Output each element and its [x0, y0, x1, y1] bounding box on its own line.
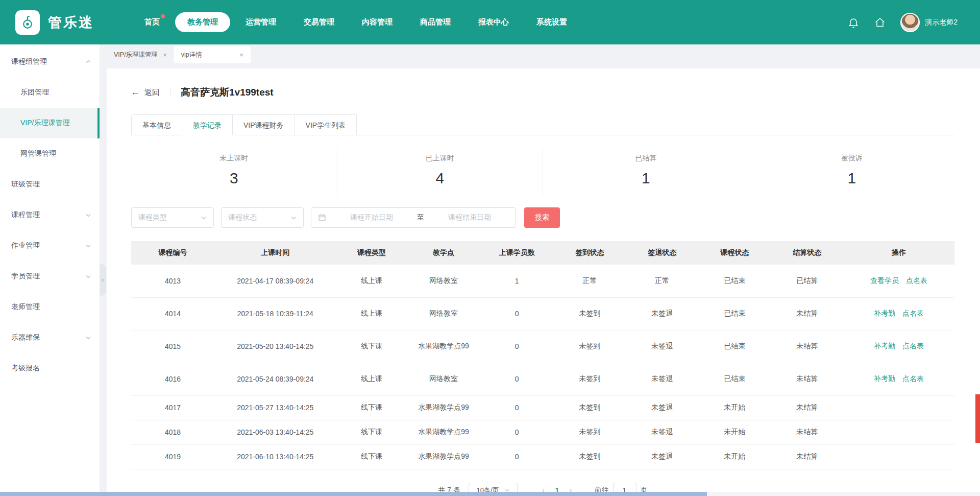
nav-item-7[interactable]: 报表中心 [466, 12, 521, 32]
sidebar-item-label: 网管课管理 [20, 149, 56, 158]
table-cell: 线上课 [336, 363, 407, 395]
nav-item-6[interactable]: 商品管理 [408, 12, 463, 32]
action-link-点名表[interactable]: 点名表 [902, 374, 924, 383]
open-tab[interactable]: vip详情× [174, 46, 251, 63]
table-cell: 已结束 [698, 363, 771, 395]
horizontal-scrollbar-track[interactable] [0, 492, 980, 496]
action-link-查看学员[interactable]: 查看学员 [870, 276, 899, 285]
calendar-icon [318, 214, 326, 222]
table-cell: 4015 [131, 330, 214, 363]
date-end-input[interactable]: 课程结束日期 [430, 213, 509, 222]
table-cell: 2021-05-20 13:40-14:25 [214, 330, 336, 363]
tab-VIP学生列表[interactable]: VIP学生列表 [295, 114, 357, 135]
back-arrow-icon: ← [131, 87, 140, 98]
sidebar-item[interactable]: 班级管理 [0, 169, 100, 200]
table-cell: 线下课 [336, 444, 407, 469]
sidebar-item[interactable]: 课程组管理 [0, 46, 100, 77]
user-menu[interactable]: 演示老师2 [900, 13, 958, 32]
close-icon[interactable]: × [239, 51, 243, 59]
sidebar-item-label: VIP/乐理课管理 [20, 119, 69, 128]
sidebar-item[interactable]: 老师管理 [0, 292, 100, 322]
column-header: 教学点 [407, 241, 480, 265]
avatar [900, 13, 920, 32]
nav-item-1[interactable]: 首页 [132, 12, 172, 32]
sidebar-item[interactable]: 乐团管理 [0, 77, 100, 108]
nav-item-8[interactable]: 系统设置 [524, 12, 579, 32]
table-cell: 2021-04-17 08:39-09:24 [214, 265, 336, 297]
table-cell: 线下课 [336, 330, 407, 363]
table-cell: 未开始 [698, 420, 771, 444]
table-cell: 2021-06-03 13:40-14:25 [214, 420, 336, 444]
table-cell: 4018 [131, 420, 214, 444]
table-cell: 0 [480, 297, 554, 330]
nav-item-2[interactable]: 教务管理 [175, 12, 230, 32]
sidebar-item[interactable]: 乐器维保 [0, 322, 100, 353]
column-header: 签到状态 [553, 241, 626, 265]
table-cell: 2021-05-24 08:39-09:24 [214, 363, 336, 395]
sidebar-item[interactable]: 课程管理 [0, 200, 100, 230]
action-link-点名表[interactable]: 点名表 [906, 276, 927, 285]
action-link-补考勤[interactable]: 补考勤 [874, 309, 895, 317]
sidebar-item[interactable]: VIP/乐理课管理 [0, 108, 100, 138]
action-link-点名表[interactable]: 点名表 [902, 342, 924, 350]
action-link-点名表[interactable]: 点名表 [902, 309, 924, 317]
table-cell: 线下课 [336, 420, 407, 444]
stats-row: 未上课时3已上课时4已结算1被投诉1 [131, 148, 954, 196]
page-title: 高音萨克斯1v199test [181, 86, 274, 99]
close-icon[interactable]: × [163, 51, 167, 59]
sidebar-menu: 课程组管理乐团管理VIP/乐理课管理网管课管理班级管理课程管理作业管理学员管理老… [0, 46, 100, 384]
app-logo[interactable]: 管乐迷 [15, 10, 125, 35]
stat-block: 未上课时3 [131, 148, 337, 196]
sidebar-item-label: 老师管理 [11, 302, 40, 312]
bell-icon[interactable] [847, 16, 860, 29]
stat-label: 已结算 [543, 154, 749, 163]
search-button[interactable]: 搜索 [524, 207, 560, 228]
stat-label: 被投诉 [749, 154, 955, 163]
sidebar-collapse-handle[interactable]: ‹ [100, 264, 106, 296]
nav-item-3[interactable]: 运营管理 [233, 12, 288, 32]
table-cell: 0 [480, 395, 554, 420]
nav-item-label: 系统设置 [536, 17, 567, 26]
action-link-补考勤[interactable]: 补考勤 [874, 342, 895, 350]
action-link-补考勤[interactable]: 补考勤 [874, 374, 895, 383]
open-tab[interactable]: VIP/乐理课管理× [107, 46, 174, 63]
date-start-input[interactable]: 课程开始日期 [332, 213, 411, 222]
tab-教学记录[interactable]: 教学记录 [182, 114, 233, 135]
nav-item-5[interactable]: 内容管理 [350, 12, 405, 32]
chevron-down-icon [85, 212, 91, 218]
main-area: 课程组管理乐团管理VIP/乐理课管理网管课管理班级管理课程管理作业管理学员管理老… [0, 44, 980, 496]
table-cell: 线下课 [336, 395, 407, 420]
back-button[interactable]: ← 返回 [131, 87, 160, 98]
table-cell: 未签到 [553, 297, 626, 330]
home-icon[interactable] [874, 16, 886, 29]
table-cell: 未签到 [553, 395, 626, 420]
date-range-picker[interactable]: 课程开始日期 至 课程结束日期 [311, 207, 516, 228]
table-cell: 4017 [131, 395, 214, 420]
tab-VIP课程财务[interactable]: VIP课程财务 [233, 114, 295, 135]
sidebar-item-label: 学员管理 [11, 272, 40, 281]
table-cell: 未签退 [626, 330, 698, 363]
vertical-scrollbar-thumb[interactable] [975, 394, 980, 443]
course-status-select[interactable]: 课程状态 [221, 207, 304, 228]
chevron-down-icon [201, 215, 207, 221]
sidebar-item[interactable]: 网管课管理 [0, 138, 100, 169]
table-cell: 未签退 [626, 444, 698, 469]
sidebar-item[interactable]: 考级报名 [0, 353, 100, 384]
content-area: VIP/乐理课管理×vip详情× ← 返回 高音萨克斯1v199test 基本信… [100, 44, 980, 496]
column-header: 结算状态 [771, 241, 843, 265]
table-cell: 线上课 [336, 265, 407, 297]
table-cell: 水果湖教学点99 [407, 420, 480, 444]
nav-item-4[interactable]: 交易管理 [291, 12, 347, 32]
main-nav: 首页教务管理运营管理交易管理内容管理商品管理报表中心系统设置 [132, 12, 579, 32]
horizontal-scrollbar-thumb[interactable] [0, 492, 707, 496]
table-cell: 未签到 [553, 444, 626, 469]
logo-text: 管乐迷 [48, 13, 94, 32]
course-type-select[interactable]: 课程类型 [131, 207, 214, 228]
sidebar-item[interactable]: 作业管理 [0, 230, 100, 261]
table-cell: 2021-05-18 10:39-11:24 [214, 297, 336, 330]
tab-基本信息[interactable]: 基本信息 [131, 114, 182, 135]
table-row: 40172021-05-27 13:40-14:25线下课水果湖教学点990未签… [131, 395, 954, 420]
sidebar-item[interactable]: 学员管理 [0, 261, 100, 292]
course-table: 课程编号上课时间课程类型教学点上课学员数签到状态签退状态课程状态结算状态操作 4… [131, 241, 954, 469]
column-header: 上课学员数 [480, 241, 554, 265]
